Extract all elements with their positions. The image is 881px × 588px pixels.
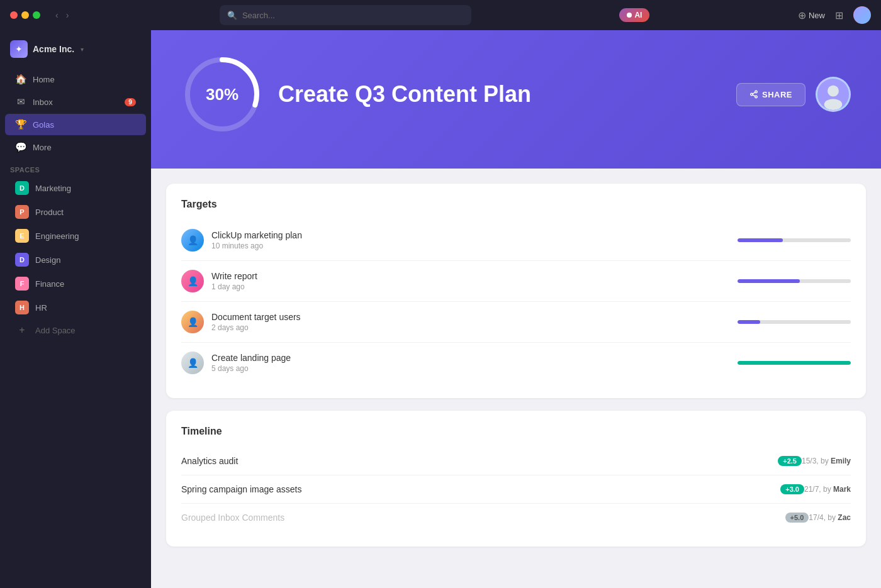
target-time: 5 days ago <box>211 364 730 373</box>
progress-track <box>738 279 851 283</box>
progress-ring: 30% <box>181 53 263 135</box>
timeline-name: Spring campaign image assets <box>181 484 774 494</box>
progress-track <box>738 238 851 242</box>
progress-fill <box>738 238 783 242</box>
target-avatar-3: 👤 <box>181 311 204 333</box>
svg-line-6 <box>753 92 755 94</box>
timeline-item: Spring campaign image assets +3.0 21/7, … <box>181 475 851 504</box>
target-time: 2 days ago <box>211 323 730 332</box>
sidebar-item-home[interactable]: 🏠 Home <box>5 69 146 90</box>
workspace-logo: ✦ <box>10 40 28 58</box>
share-button[interactable]: SHARE <box>736 83 805 106</box>
sidebar-item-label: More <box>33 143 136 152</box>
spaces-section-label: Spaces <box>0 158 151 176</box>
sidebar-item-inbox[interactable]: ✉ Inbox 9 <box>5 91 146 113</box>
new-button[interactable]: ⊕ New <box>798 9 825 21</box>
timeline-name: Analytics audit <box>181 456 772 466</box>
close-button[interactable] <box>10 11 18 19</box>
timeline-title: Timeline <box>181 426 851 437</box>
home-icon: 🏠 <box>15 74 26 85</box>
hero-right: SHARE <box>736 77 851 112</box>
timeline-item: Analytics audit +2.5 15/3, by Emily <box>181 447 851 475</box>
space-badge-engineering: E <box>15 229 29 243</box>
sidebar-item-hr[interactable]: H HR <box>5 296 146 319</box>
timeline-name: Grouped Inbox Comments <box>181 513 779 523</box>
sidebar-item-label: Inbox <box>33 97 118 107</box>
search-bar[interactable]: 🔍 <box>220 5 471 25</box>
progress-track <box>738 320 851 324</box>
sidebar-item-more[interactable]: 💬 More <box>5 136 146 158</box>
target-avatar-4: 👤 <box>181 352 204 374</box>
space-label: Product <box>35 208 64 217</box>
main-content: 30% Create Q3 Content Plan SHARE <box>151 30 881 588</box>
target-name: Write report <box>211 271 730 281</box>
targets-panel: Targets 👤 ClickUp marketing plan 10 minu… <box>166 184 866 398</box>
target-info-4: Create landing page 5 days ago <box>211 353 730 373</box>
main-layout: ✦ Acme Inc. ▾ 🏠 Home ✉ Inbox 9 🏆 Golas 💬… <box>0 30 881 588</box>
user-avatar[interactable] <box>853 6 871 24</box>
progress-bar-3 <box>738 320 851 324</box>
space-label: Marketing <box>35 184 71 193</box>
ai-label: AI <box>634 11 642 19</box>
timeline-meta: 21/7, by Mark <box>804 485 851 494</box>
inbox-badge: 9 <box>125 98 136 106</box>
sidebar-item-engineering[interactable]: E Engineering <box>5 225 146 247</box>
timeline-meta: 15/3, by Emily <box>802 457 851 465</box>
progress-percent: 30% <box>206 85 238 104</box>
minimize-button[interactable] <box>21 11 29 19</box>
timeline-meta: 17/4, by Zac <box>809 513 851 522</box>
target-avatar-2: 👤 <box>181 270 204 292</box>
avatar-image <box>853 6 871 24</box>
space-badge-hr: H <box>15 301 29 314</box>
add-space-button[interactable]: + Add Space <box>5 320 146 340</box>
titlebar: ‹ › 🔍 AI ⊕ New ⊞ <box>0 0 881 30</box>
target-item: 👤 Document target users 2 days ago <box>181 302 851 343</box>
target-info-2: Write report 1 day ago <box>211 271 730 291</box>
target-info-1: ClickUp marketing plan 10 minutes ago <box>211 230 730 250</box>
grid-icon[interactable]: ⊞ <box>835 9 843 21</box>
sidebar-item-product[interactable]: P Product <box>5 201 146 223</box>
svg-point-8 <box>828 86 839 97</box>
sidebar-item-design[interactable]: D Design <box>5 248 146 271</box>
plus-circle-icon: ⊕ <box>798 9 806 21</box>
space-badge-product: P <box>15 205 29 219</box>
timeline-item: Grouped Inbox Comments +5.0 17/4, by Zac <box>181 504 851 531</box>
nav-arrows: ‹ › <box>53 9 71 21</box>
target-time: 1 day ago <box>211 282 730 291</box>
timeline-badge: +3.0 <box>780 484 804 494</box>
sidebar-item-finance[interactable]: F Finance <box>5 272 146 295</box>
search-input[interactable] <box>242 11 464 20</box>
sidebar-item-marketing[interactable]: D Marketing <box>5 177 146 199</box>
space-badge-marketing: D <box>15 181 29 195</box>
maximize-button[interactable] <box>33 11 40 19</box>
svg-point-9 <box>824 99 843 110</box>
new-label: New <box>809 11 825 20</box>
space-badge-design: D <box>15 253 29 267</box>
progress-fill <box>738 279 800 283</box>
sidebar-item-goals[interactable]: 🏆 Golas <box>5 114 146 135</box>
svg-point-3 <box>751 93 753 96</box>
timeline-badge: +2.5 <box>778 456 802 466</box>
timeline-panel: Timeline Analytics audit +2.5 15/3, by E… <box>166 411 866 546</box>
target-avatar-1: 👤 <box>181 229 204 252</box>
forward-button[interactable]: › <box>64 9 72 21</box>
sidebar-item-label: Home <box>33 75 136 84</box>
hero-banner: 30% Create Q3 Content Plan SHARE <box>151 30 881 169</box>
timeline-badge: +5.0 <box>785 513 809 523</box>
space-badge-finance: F <box>15 277 29 291</box>
target-name: ClickUp marketing plan <box>211 230 730 240</box>
progress-bar-1 <box>738 238 851 242</box>
traffic-lights <box>10 11 40 19</box>
workspace-header[interactable]: ✦ Acme Inc. ▾ <box>0 35 151 68</box>
svg-point-4 <box>755 96 758 98</box>
progress-bar-4 <box>738 361 851 365</box>
add-icon: + <box>15 325 29 336</box>
target-item: 👤 Create landing page 5 days ago <box>181 343 851 383</box>
inbox-icon: ✉ <box>15 96 26 108</box>
ai-button[interactable]: AI <box>619 8 649 22</box>
back-button[interactable]: ‹ <box>53 9 61 21</box>
share-label: SHARE <box>762 90 792 99</box>
target-time: 10 minutes ago <box>211 241 730 250</box>
target-info-3: Document target users 2 days ago <box>211 312 730 332</box>
sidebar-item-label: Golas <box>33 120 136 130</box>
